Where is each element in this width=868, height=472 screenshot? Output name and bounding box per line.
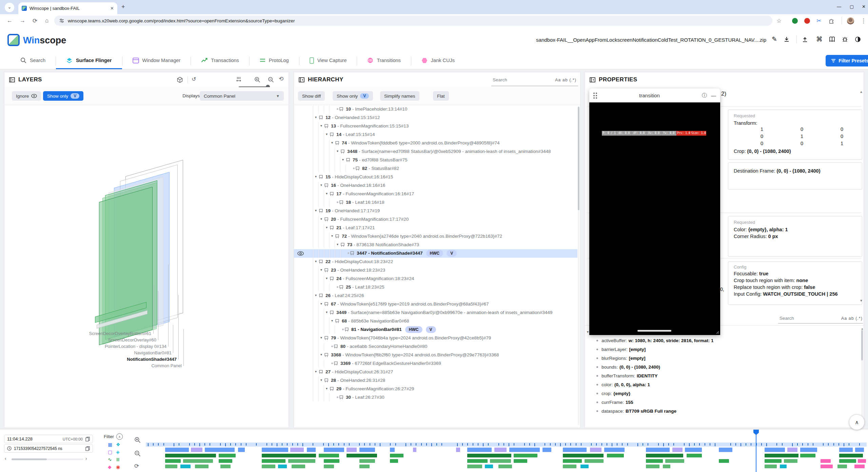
trace-segment[interactable] bbox=[467, 465, 482, 468]
extension-red-icon[interactable] bbox=[804, 18, 810, 24]
tab-search-chevron-icon[interactable]: ⌄ bbox=[5, 3, 14, 12]
url-bar[interactable]: winscope.teams.x20web.corp.google.com/pr… bbox=[54, 16, 772, 26]
trace-segment[interactable] bbox=[663, 465, 670, 468]
visibility-eye-icon[interactable] bbox=[297, 251, 304, 256]
dark-mode-toggle-icon[interactable] bbox=[854, 36, 861, 43]
zoom-out-icon[interactable] bbox=[268, 77, 274, 83]
search-flags-icons[interactable]: Aa ab (.*) bbox=[841, 316, 863, 321]
trace-segment[interactable] bbox=[490, 459, 511, 463]
trace-segment[interactable] bbox=[765, 465, 777, 468]
tree-row-25[interactable]: 25- Leaf:18:23#25 bbox=[294, 283, 577, 292]
trace-segment[interactable] bbox=[262, 459, 285, 463]
info-icon[interactable]: ⓘ bbox=[702, 92, 707, 99]
upload-icon[interactable] bbox=[802, 36, 808, 43]
collapse-arrow-icon[interactable]: ▾ bbox=[320, 124, 324, 127]
trace-segment[interactable] bbox=[290, 448, 304, 452]
trace-segment[interactable] bbox=[646, 459, 663, 463]
collapse-arrow-icon[interactable]: ▾ bbox=[320, 183, 324, 187]
sf-entry-band[interactable] bbox=[146, 442, 867, 447]
scroll-down-icon[interactable]: ▼ bbox=[860, 299, 863, 302]
collapse-arrow-icon[interactable]: ▾ bbox=[320, 268, 324, 272]
tree-row-26[interactable]: ▾26- Leaf:24:25#26 bbox=[294, 292, 577, 300]
trace-segment[interactable] bbox=[685, 448, 702, 452]
displays-select[interactable]: Common Panel▼ bbox=[200, 91, 284, 101]
overlay-title-bar[interactable]: transition ⓘ — bbox=[589, 88, 720, 102]
trace-segment[interactable] bbox=[292, 465, 305, 468]
property-tree[interactable]: ▾NotificationShade#3447activeBuffer:w: 1… bbox=[585, 327, 862, 428]
expand-timeline-button[interactable]: ∧ bbox=[849, 414, 865, 430]
edit-filename-icon[interactable]: ✎ bbox=[772, 35, 777, 43]
trace-segment[interactable] bbox=[604, 448, 625, 452]
property-row[interactable]: activeBuffer:w: 1080, h: 2400, stride: 2… bbox=[585, 336, 862, 345]
tree-row-75[interactable]: ▾75- ed70f88 StatusBar#75 bbox=[294, 156, 577, 164]
tree-row-67[interactable]: ▾67- WindowToken{e5176f9 type=2019 andro… bbox=[294, 300, 577, 309]
timeline-refresh-icon[interactable]: ⟳ bbox=[134, 463, 139, 470]
trace-segment[interactable] bbox=[359, 448, 375, 452]
trace-segment[interactable] bbox=[821, 465, 833, 468]
trace-segment[interactable] bbox=[262, 454, 316, 457]
trace-icon[interactable]: ≣ bbox=[116, 457, 120, 462]
trace-segment[interactable] bbox=[563, 454, 604, 457]
chip-show-only[interactable]: Show onlyV bbox=[333, 91, 373, 101]
trace-segment[interactable] bbox=[278, 465, 287, 468]
collapse-arrow-icon[interactable]: ▾ bbox=[315, 293, 319, 297]
trace-icon[interactable]: ▦ bbox=[108, 442, 112, 447]
collapse-arrow-icon[interactable]: ▾ bbox=[337, 149, 341, 153]
trace-segment[interactable] bbox=[563, 448, 587, 452]
browser-tab[interactable]: Winscope | sandbox-FAIL ✕ bbox=[18, 2, 117, 14]
property-row[interactable]: blurRegions:[empty] bbox=[585, 354, 862, 362]
property-row[interactable]: bounds:(0, 0) - (1080, 2400) bbox=[585, 362, 862, 371]
collapse-panel-icon[interactable] bbox=[9, 77, 15, 82]
layer-label[interactable]: ScreenDecorOverlay#60 bbox=[108, 337, 156, 342]
tree-row-24[interactable]: ▾24- FullscreenMagnification:18:23#24 bbox=[294, 275, 577, 283]
trace-segment[interactable] bbox=[347, 448, 357, 452]
trace-segment[interactable] bbox=[800, 454, 815, 457]
trace-icon[interactable]: ∿ bbox=[108, 457, 112, 462]
property-row[interactable]: crop:{empty} bbox=[585, 389, 862, 398]
browser-menu-kebab-icon[interactable]: ⋮ bbox=[861, 17, 866, 24]
bookmark-star-icon[interactable]: ☆ bbox=[776, 17, 782, 24]
trace-segment[interactable] bbox=[719, 448, 732, 452]
property-row[interactable]: bufferTransform:IDENTITY bbox=[585, 371, 862, 380]
trace-segment[interactable] bbox=[509, 448, 540, 452]
collapse-arrow-icon[interactable]: ▾ bbox=[337, 242, 341, 246]
trace-segment[interactable] bbox=[607, 454, 624, 457]
tree-row-18[interactable]: 18- Leaf:16:16#18 bbox=[294, 198, 577, 207]
tree-row-12[interactable]: ▾12- OneHanded:15:15#12 bbox=[294, 114, 577, 122]
tree-row-74[interactable]: ▾74- WindowToken{fdddbe6 type=2000 andro… bbox=[294, 139, 577, 148]
trace-segment[interactable] bbox=[784, 459, 797, 463]
collapse-arrow-icon[interactable]: ▾ bbox=[326, 310, 330, 314]
tab-close-icon[interactable]: ✕ bbox=[110, 6, 114, 11]
collapse-arrow-icon[interactable]: ▾ bbox=[315, 370, 319, 373]
filter-toggle[interactable]: Filter ∧ bbox=[104, 433, 123, 440]
trace-segment[interactable] bbox=[359, 459, 375, 463]
trace-segment[interactable] bbox=[687, 454, 702, 457]
trace-segment[interactable] bbox=[787, 448, 797, 452]
transition-overlay-window[interactable]: transition ⓘ — P: 0 / 1dX: 0.0dY: 0.0Xv:… bbox=[589, 88, 720, 335]
trace-segment[interactable] bbox=[319, 454, 339, 457]
human-time-box[interactable]: 11:04:14.228 UTC+00:00 bbox=[4, 435, 93, 443]
scroll-right-button[interactable]: › bbox=[85, 456, 87, 461]
reset-view-icon[interactable]: ⟲ bbox=[279, 75, 283, 82]
copy-icon[interactable] bbox=[85, 446, 90, 451]
layer-label[interactable]: NavigationBar0#81 bbox=[134, 350, 172, 355]
trace-segment[interactable] bbox=[494, 448, 507, 452]
trace-segment[interactable] bbox=[542, 448, 551, 452]
trace-segment[interactable] bbox=[165, 465, 177, 468]
trace-segment[interactable] bbox=[262, 448, 288, 452]
collapse-arrow-icon[interactable]: ▾ bbox=[331, 234, 335, 238]
collapse-arrow-icon[interactable]: ▾ bbox=[326, 276, 330, 280]
tree-row-3449[interactable]: ▾3449- Surface(name=885b63e NavigationBa… bbox=[294, 309, 577, 317]
tree-row-10[interactable]: 10- ImePlaceholder:13:14#10 bbox=[294, 105, 577, 114]
tab-transactions[interactable]: Transactions bbox=[191, 53, 249, 69]
trace-segment[interactable] bbox=[855, 448, 864, 452]
property-row[interactable]: barrierLayer:[empty] bbox=[585, 345, 862, 354]
forward-icon[interactable]: → bbox=[20, 17, 25, 24]
trace-segment[interactable] bbox=[563, 459, 582, 463]
tree-row-30[interactable]: 30- Leaf:26:27#30 bbox=[294, 393, 577, 402]
trace-segment[interactable] bbox=[390, 454, 403, 457]
home-icon[interactable]: ⌂ bbox=[45, 17, 48, 24]
trace-segment[interactable] bbox=[359, 465, 370, 468]
timeline-hscroll[interactable] bbox=[12, 458, 83, 460]
trace-segment[interactable] bbox=[467, 454, 511, 457]
